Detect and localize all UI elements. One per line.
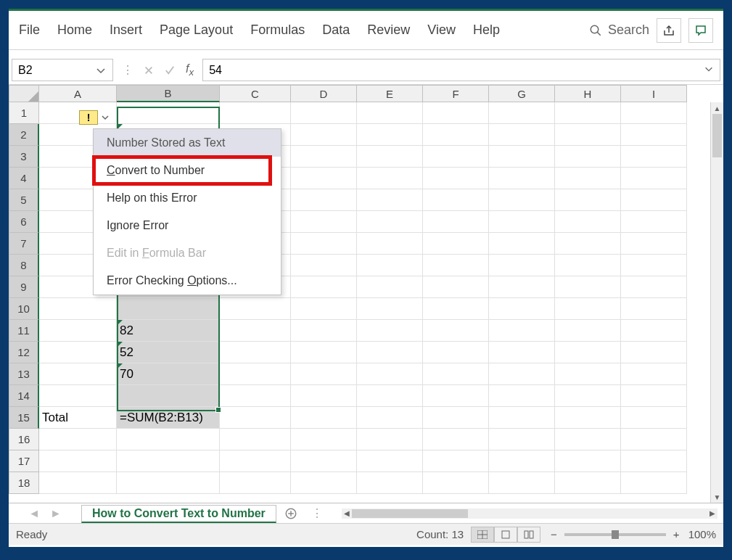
- cell-C11[interactable]: [220, 320, 291, 342]
- cell-C15[interactable]: [220, 407, 291, 429]
- cell-H12[interactable]: [555, 342, 621, 363]
- row-header[interactable]: 6: [9, 211, 39, 233]
- cell-H15[interactable]: [555, 407, 621, 429]
- row-header[interactable]: 12: [9, 342, 39, 363]
- cell-I16[interactable]: [621, 429, 687, 450]
- vertical-scrollbar[interactable]: ▲ ▼: [710, 102, 723, 503]
- cell-D16[interactable]: [291, 429, 357, 450]
- cell-D12[interactable]: [291, 342, 357, 363]
- name-box[interactable]: B2: [12, 59, 113, 81]
- col-header-a[interactable]: A: [39, 85, 117, 102]
- cell-B1[interactable]: [117, 102, 220, 124]
- cell-B16[interactable]: [117, 429, 220, 450]
- cell-F18[interactable]: [423, 472, 489, 494]
- sheet-drag-handle-icon[interactable]: ⋮: [311, 506, 323, 520]
- horizontal-scrollbar[interactable]: ◀ ▶: [342, 508, 717, 519]
- cell-F3[interactable]: [423, 146, 489, 168]
- formula-input[interactable]: 54: [202, 59, 720, 81]
- row-header[interactable]: 16: [9, 429, 39, 450]
- cell-I1[interactable]: [621, 102, 687, 124]
- cell-E15[interactable]: [357, 407, 423, 429]
- cell-D8[interactable]: [291, 255, 357, 276]
- cell-E2[interactable]: [357, 124, 423, 146]
- cell-B14[interactable]: [117, 385, 220, 407]
- cell-B17[interactable]: [117, 450, 220, 472]
- scroll-left-arrow[interactable]: ◀: [342, 508, 352, 519]
- row-header[interactable]: 14: [9, 385, 39, 407]
- col-header-b[interactable]: B: [117, 85, 220, 102]
- cell-C12[interactable]: [220, 342, 291, 363]
- row-header[interactable]: 2: [9, 124, 39, 146]
- enter-icon[interactable]: [164, 65, 176, 75]
- cell-G1[interactable]: [489, 102, 555, 124]
- cell-F5[interactable]: [423, 189, 489, 211]
- cell-D7[interactable]: [291, 233, 357, 255]
- cell-D5[interactable]: [291, 189, 357, 211]
- col-header-i[interactable]: I: [621, 85, 687, 102]
- expand-formula-icon[interactable]: [704, 64, 714, 74]
- zoom-level[interactable]: 100%: [688, 528, 716, 540]
- cell-F12[interactable]: [423, 342, 489, 363]
- comments-button[interactable]: [688, 18, 713, 43]
- cell-E9[interactable]: [357, 276, 423, 298]
- cell-A11[interactable]: [39, 320, 117, 342]
- cell-I10[interactable]: [621, 298, 687, 320]
- cell-D6[interactable]: [291, 211, 357, 233]
- cell-I5[interactable]: [621, 189, 687, 211]
- share-button[interactable]: [657, 18, 681, 43]
- cell-H3[interactable]: [555, 146, 621, 168]
- cell-E12[interactable]: [357, 342, 423, 363]
- cell-F6[interactable]: [423, 211, 489, 233]
- col-header-c[interactable]: C: [220, 85, 291, 102]
- row-header[interactable]: 17: [9, 450, 39, 472]
- zoom-slider[interactable]: [564, 533, 666, 536]
- cell-I4[interactable]: [621, 168, 687, 189]
- cell-F9[interactable]: [423, 276, 489, 298]
- ribbon-tab-home[interactable]: Home: [57, 22, 92, 38]
- menu-ignore-error[interactable]: Ignore Error: [94, 212, 281, 239]
- cell-F7[interactable]: [423, 233, 489, 255]
- cell-D1[interactable]: [291, 102, 357, 124]
- cell-C13[interactable]: [220, 363, 291, 385]
- cell-G12[interactable]: [489, 342, 555, 363]
- cell-H10[interactable]: [555, 298, 621, 320]
- cell-C10[interactable]: [220, 298, 291, 320]
- cell-G3[interactable]: [489, 146, 555, 168]
- cell-G11[interactable]: [489, 320, 555, 342]
- scroll-thumb[interactable]: [712, 114, 722, 157]
- cell-H11[interactable]: [555, 320, 621, 342]
- add-sheet-button[interactable]: [276, 503, 305, 523]
- cell-B15[interactable]: =SUM(B2:B13): [117, 407, 220, 429]
- cell-I13[interactable]: [621, 363, 687, 385]
- hscroll-thumb[interactable]: [352, 509, 468, 518]
- view-normal-button[interactable]: [471, 527, 494, 543]
- cell-I11[interactable]: [621, 320, 687, 342]
- menu-help-on-error[interactable]: Help on this Error: [94, 184, 281, 212]
- ribbon-tab-data[interactable]: Data: [322, 22, 350, 38]
- cell-D13[interactable]: [291, 363, 357, 385]
- ribbon-tab-insert[interactable]: Insert: [110, 22, 142, 38]
- cell-H1[interactable]: [555, 102, 621, 124]
- cell-F11[interactable]: [423, 320, 489, 342]
- cell-H5[interactable]: [555, 189, 621, 211]
- row-header[interactable]: 11: [9, 320, 39, 342]
- cell-D4[interactable]: [291, 168, 357, 189]
- sheet-tab-active[interactable]: How to Convert Text to Number: [81, 505, 276, 523]
- cell-C14[interactable]: [220, 385, 291, 407]
- cell-B10[interactable]: [117, 298, 220, 320]
- cell-B18[interactable]: [117, 472, 220, 494]
- cell-E4[interactable]: [357, 168, 423, 189]
- select-all-corner[interactable]: [9, 85, 39, 102]
- cell-C16[interactable]: [220, 429, 291, 450]
- cell-G6[interactable]: [489, 211, 555, 233]
- cell-E6[interactable]: [357, 211, 423, 233]
- cell-G5[interactable]: [489, 189, 555, 211]
- cell-I17[interactable]: [621, 450, 687, 472]
- zoom-in-button[interactable]: +: [670, 528, 683, 540]
- cell-H18[interactable]: [555, 472, 621, 494]
- cell-D9[interactable]: [291, 276, 357, 298]
- cell-E14[interactable]: [357, 385, 423, 407]
- row-header[interactable]: 15: [9, 407, 39, 429]
- menu-error-checking-options[interactable]: Error Checking Options...: [94, 267, 281, 295]
- row-header[interactable]: 4: [9, 168, 39, 189]
